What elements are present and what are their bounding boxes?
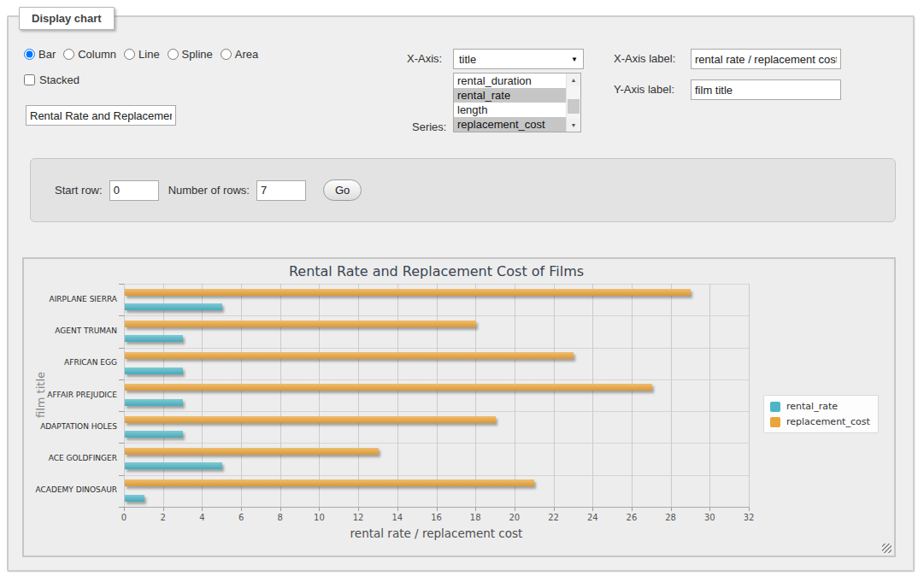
tick-mark [119, 284, 124, 285]
x-tick-label: 22 [541, 513, 567, 522]
tick-mark [119, 348, 124, 349]
scrollbar-thumb[interactable] [568, 99, 580, 114]
legend-swatch-icon [770, 417, 780, 427]
scroll-up-icon[interactable]: ▲ [567, 73, 580, 86]
stacked-checkbox[interactable] [24, 74, 35, 85]
series-listbox[interactable]: rental_durationrental_ratelengthreplacem… [453, 73, 581, 132]
chart-container: Rental Rate and Replacement Cost of Film… [22, 257, 896, 557]
series-option-length[interactable]: length [454, 103, 566, 117]
series-scrollbar[interactable]: ▲ ▼ [566, 73, 580, 132]
gridline [592, 284, 593, 507]
num-rows-input[interactable] [256, 180, 306, 201]
x-tick-label: 4 [189, 513, 215, 522]
x-axis-select-label: X-Axis: [407, 52, 442, 65]
x-tick-label: 30 [697, 513, 722, 522]
chart-type-radio-column[interactable] [63, 49, 74, 60]
gridline [437, 284, 438, 507]
bar-rental_rate[interactable] [125, 495, 144, 502]
x-tick-label: 10 [306, 513, 332, 522]
chart-type-radio-bar[interactable] [24, 49, 35, 60]
x-axis-select[interactable]: title ▼ [453, 49, 584, 69]
gridline [475, 284, 476, 507]
chart-title: Rental Rate and Replacement Cost of Film… [124, 263, 749, 279]
bar-replacement_cost[interactable] [125, 384, 652, 391]
gridline [358, 284, 359, 507]
chart-type-option-line: Line [124, 48, 160, 61]
bar-replacement_cost[interactable] [125, 320, 476, 327]
x-axis-selected-value: title [459, 53, 568, 66]
go-button[interactable]: Go [323, 179, 362, 201]
chart-type-radio-area[interactable] [221, 49, 232, 60]
tick-mark [119, 411, 124, 412]
bar-replacement_cost[interactable] [125, 448, 379, 455]
x-tick-label: 0 [111, 513, 137, 522]
x-tick-label: 26 [619, 513, 644, 522]
stacked-option: Stacked [24, 73, 79, 86]
legend-label: rental_rate [786, 401, 838, 412]
stacked-label: Stacked [39, 73, 79, 86]
start-row-label: Start row: [55, 184, 103, 197]
chart-type-radio-line[interactable] [124, 49, 135, 60]
chart-type-radio-spline[interactable] [168, 49, 179, 60]
page: { "form": { "fieldset_legend": "Display … [0, 0, 924, 582]
chart-legend: rental_ratereplacement_cost [763, 395, 879, 433]
tick-mark [119, 443, 124, 444]
x-tick-label: 12 [345, 513, 371, 522]
fieldset-legend: Display chart [19, 7, 115, 30]
gridline [163, 284, 164, 507]
bar-rental_rate[interactable] [125, 303, 222, 310]
display-chart-fieldset: Display chart BarColumnLineSplineArea St… [7, 15, 915, 572]
legend-label: replacement_cost [786, 416, 870, 427]
x-axis-label-input[interactable] [691, 49, 841, 69]
category-label: AGENT TRUMAN [24, 326, 117, 335]
bar-replacement_cost[interactable] [125, 352, 574, 359]
x-axis-label-caption: X-Axis label: [614, 52, 675, 65]
chart-type-group: BarColumnLineSplineArea [24, 48, 266, 62]
resize-handle-icon[interactable] [882, 544, 892, 553]
series-option-rental_duration[interactable]: rental_duration [454, 73, 566, 88]
chart-type-label: Spline [182, 48, 213, 61]
tick-mark [119, 475, 124, 476]
tick-mark [119, 315, 124, 316]
bar-rental_rate[interactable] [125, 367, 183, 374]
series-option-rental_rate[interactable]: rental_rate [454, 88, 566, 103]
category-label: ADAPTATION HOLES [24, 422, 117, 431]
bar-replacement_cost[interactable] [125, 416, 496, 423]
x-tick-label: 32 [736, 513, 762, 522]
series-option-replacement_cost[interactable]: replacement_cost [454, 117, 566, 132]
chart-type-label: Line [138, 48, 160, 61]
start-row-input[interactable] [109, 180, 159, 201]
dropdown-caret-icon: ▼ [571, 56, 578, 63]
gridline [280, 284, 281, 507]
chart-type-option-area: Area [221, 48, 258, 61]
category-label: AFFAIR PREJUDICE [24, 391, 117, 399]
y-axis-label-caption: Y-Axis label: [614, 83, 674, 96]
x-tick-label: 14 [385, 513, 410, 522]
bar-rental_rate[interactable] [125, 399, 183, 406]
x-tick-label: 28 [658, 513, 684, 522]
chart-title-input[interactable] [26, 105, 176, 126]
legend-item-rental_rate[interactable]: rental_rate [770, 401, 870, 412]
series-select-label: Series: [412, 121, 446, 133]
chart-type-label: Column [78, 48, 116, 61]
bar-replacement_cost[interactable] [125, 479, 534, 486]
gridline [671, 284, 672, 507]
bar-rental_rate[interactable] [125, 431, 183, 438]
x-tick-label: 6 [228, 513, 254, 522]
bar-rental_rate[interactable] [125, 462, 222, 469]
chart-type-option-bar: Bar [24, 48, 56, 61]
scroll-down-icon[interactable]: ▼ [567, 119, 580, 132]
legend-item-replacement_cost[interactable]: replacement_cost [770, 416, 870, 427]
category-label: AIRPLANE SIERRA [24, 295, 117, 303]
y-axis-label-input[interactable] [691, 79, 841, 100]
gridline [202, 284, 203, 507]
bar-replacement_cost[interactable] [125, 289, 691, 296]
gridline [241, 284, 242, 507]
x-tick-label: 16 [424, 513, 450, 522]
chart-type-option-spline: Spline [168, 48, 213, 61]
gridline [554, 284, 555, 507]
gridline [124, 284, 125, 507]
x-axis-line [124, 507, 750, 508]
gridline [515, 284, 515, 507]
bar-rental_rate[interactable] [125, 335, 183, 342]
